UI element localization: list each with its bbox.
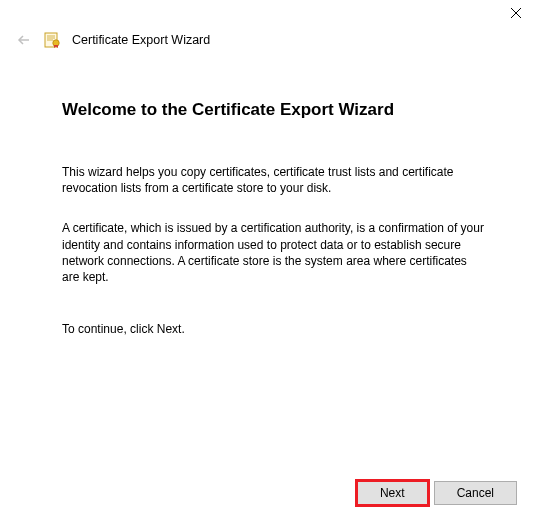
- titlebar: [0, 0, 535, 20]
- close-button[interactable]: [509, 6, 523, 20]
- cancel-button[interactable]: Cancel: [434, 481, 517, 505]
- wizard-footer: Next Cancel: [357, 481, 517, 505]
- wizard-title: Certificate Export Wizard: [72, 33, 210, 47]
- intro-text: This wizard helps you copy certificates,…: [62, 164, 485, 196]
- wizard-content: Welcome to the Certificate Export Wizard…: [0, 50, 535, 337]
- wizard-header: Certificate Export Wizard: [0, 20, 535, 50]
- certificate-icon: [44, 31, 62, 49]
- back-arrow-icon: [16, 32, 32, 48]
- explain-text: A certificate, which is issued by a cert…: [62, 220, 485, 285]
- close-icon: [510, 7, 522, 19]
- next-button[interactable]: Next: [357, 481, 428, 505]
- page-heading: Welcome to the Certificate Export Wizard: [62, 100, 485, 120]
- back-button: [14, 30, 34, 50]
- continue-text: To continue, click Next.: [62, 321, 485, 337]
